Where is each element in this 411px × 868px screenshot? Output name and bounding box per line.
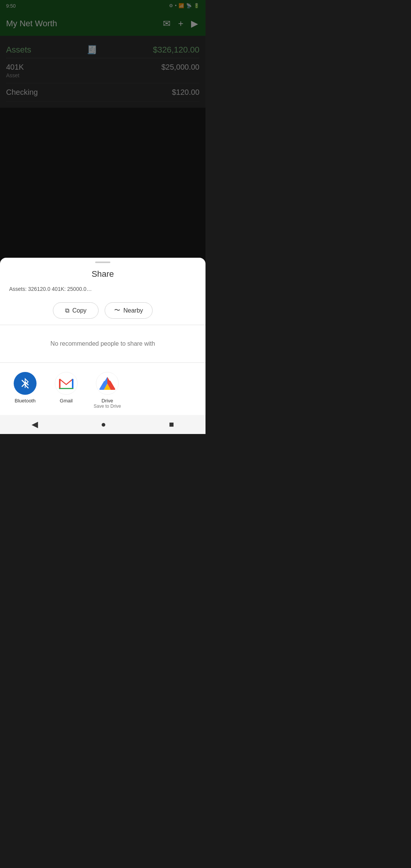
gmail-icon [55, 372, 78, 395]
copy-icon: ⧉ [65, 307, 69, 314]
svg-rect-3 [59, 379, 61, 389]
svg-rect-4 [72, 379, 73, 389]
share-preview: Assets: 326120.0 401K: 25000.0… [0, 282, 206, 299]
nearby-button[interactable]: 〜 Nearby [105, 302, 153, 319]
copy-button[interactable]: ⧉ Copy [53, 302, 99, 319]
home-icon[interactable]: ● [101, 420, 106, 429]
drive-icon [96, 372, 119, 395]
recents-icon[interactable]: ■ [169, 420, 174, 429]
nearby-label: Nearby [123, 307, 143, 314]
apps-row: Bluetooth [0, 363, 206, 415]
drive-sublabel: Save to Drive [94, 404, 121, 409]
share-sheet: Share Assets: 326120.0 401K: 25000.0… ⧉ … [0, 258, 206, 434]
gmail-app-item[interactable]: Gmail [47, 372, 85, 409]
svg-rect-5 [59, 388, 73, 389]
sheet-title: Share [0, 263, 206, 282]
bluetooth-icon [14, 372, 37, 395]
bluetooth-app-item[interactable]: Bluetooth [6, 372, 44, 409]
nav-bar: ◀ ● ■ [0, 415, 206, 434]
drive-label: Drive [102, 398, 113, 404]
drive-app-item[interactable]: Drive Save to Drive [88, 372, 126, 409]
copy-label: Copy [72, 307, 86, 314]
no-people-text: No recommended people to share with [0, 325, 206, 362]
back-icon[interactable]: ◀ [32, 420, 38, 429]
bluetooth-label: Bluetooth [15, 398, 36, 404]
nearby-icon: 〜 [114, 306, 120, 314]
gmail-label: Gmail [60, 398, 73, 404]
share-actions: ⧉ Copy 〜 Nearby [0, 299, 206, 325]
